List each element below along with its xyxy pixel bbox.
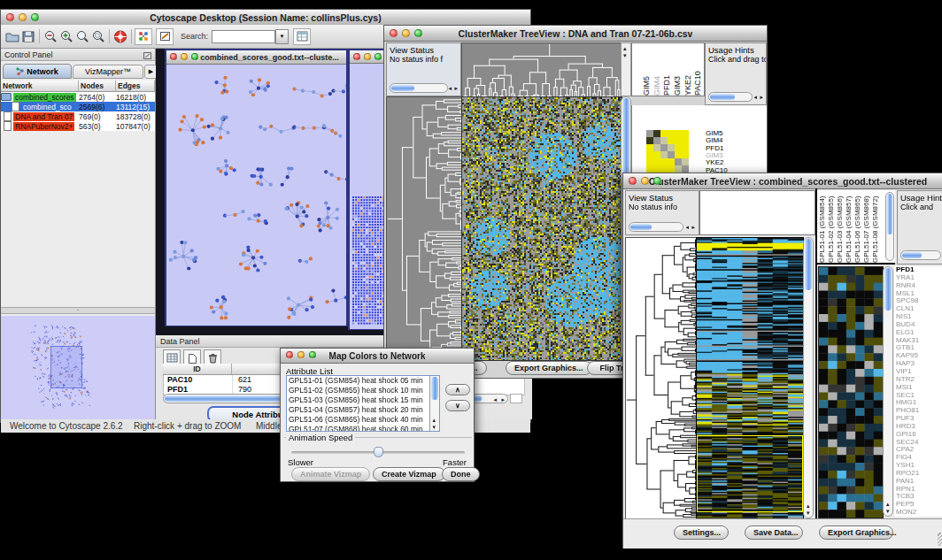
minimize-icon[interactable] xyxy=(364,53,371,60)
main-titlebar[interactable]: Cytoscape Desktop (Session Name: collins… xyxy=(1,10,530,26)
animate-vizmap-button[interactable]: Animate Vizmap xyxy=(291,467,370,481)
attribute-list-vscroll[interactable]: ▴ ▾ xyxy=(429,376,439,431)
tv2-heat-vscroll[interactable]: ▴ ▾ xyxy=(803,237,814,518)
scroll-left-icon[interactable]: ◂ xyxy=(493,396,497,403)
resize-grip[interactable] xyxy=(938,533,942,546)
done-button[interactable]: Done xyxy=(442,467,480,481)
slider-thumb-icon[interactable] xyxy=(374,447,383,457)
minimize-icon[interactable] xyxy=(181,53,188,60)
col-edges[interactable]: Edges xyxy=(116,81,155,92)
panel-splitter[interactable]: • xyxy=(1,307,155,314)
zoom-selected-icon[interactable] xyxy=(74,29,90,44)
mini-heatmap-cell xyxy=(646,137,653,144)
zoom-icon[interactable] xyxy=(653,177,661,185)
network-list-row[interactable]: combined_sco2569(6)13112(15) xyxy=(1,102,155,111)
search-dropdown-icon[interactable]: ▼ xyxy=(275,29,289,44)
column-label: GPL51-04 (GSM857) xyxy=(845,190,853,263)
tv1-hints-hscroll[interactable] xyxy=(708,92,753,102)
minimize-icon[interactable] xyxy=(402,29,410,37)
tv2-export-graphics-button[interactable]: Export Graphics... xyxy=(819,525,893,540)
search-input[interactable] xyxy=(212,30,275,43)
network-window-1[interactable]: combined_scores_good.txt--cluste... xyxy=(165,49,348,326)
birdseye-view[interactable] xyxy=(1,316,155,419)
close-icon[interactable] xyxy=(286,351,293,358)
faster-label: Faster xyxy=(443,457,467,467)
zoom-fit-icon[interactable] xyxy=(90,29,106,44)
zoom-icon[interactable] xyxy=(414,29,422,37)
scroll-right-icon[interactable]: ▸ xyxy=(501,396,505,403)
zoom-icon[interactable] xyxy=(309,351,316,358)
close-icon[interactable] xyxy=(353,53,360,60)
attribute-list-item[interactable]: GPL51-01 (GSM854) heat shock 05 min xyxy=(287,376,429,386)
tv2-status-hscroll[interactable] xyxy=(629,222,683,232)
gene-label: SEC1 xyxy=(896,392,942,400)
network-list-row[interactable]: DNA and Tran 07769(0)183728(0) xyxy=(1,111,155,121)
minimize-icon[interactable] xyxy=(19,13,27,21)
attribute-list-item[interactable]: GPL51-06 (GSM865) heat shock 40 min xyxy=(287,415,429,425)
tv1-status-hscroll[interactable] xyxy=(390,83,448,93)
tv1-col-scroll[interactable]: ▴ ▾ xyxy=(621,42,631,96)
open-file-icon[interactable] xyxy=(4,29,20,44)
tv2-gene-vscroll[interactable]: ▴ ▾ xyxy=(883,266,893,517)
network-list-row[interactable]: combined_scores2764(0)16218(0) xyxy=(1,92,155,102)
tv2-row-dendrogram[interactable] xyxy=(625,237,698,520)
tab-network[interactable]: Network xyxy=(3,64,72,79)
attribute-list-item[interactable]: GPL51-07 (GSM868) heat shock 60 min xyxy=(287,425,429,432)
map-colors-dialog: Map Colors to Network Attribute List GPL… xyxy=(280,348,475,482)
tv2-zoom-heatmap[interactable] xyxy=(818,266,884,518)
minimize-icon[interactable] xyxy=(297,351,305,358)
attribute-list-item[interactable]: GPL51-04 (GSM857) heat shock 20 min xyxy=(287,405,429,415)
close-icon[interactable] xyxy=(170,53,177,60)
move-up-button[interactable]: ∧ xyxy=(445,384,470,395)
close-icon[interactable] xyxy=(6,13,14,21)
zoom-in-icon[interactable] xyxy=(58,29,74,44)
create-vizmap-button[interactable]: Create Vizmap xyxy=(373,467,445,481)
animation-speed-slider[interactable] xyxy=(291,451,465,454)
tv2-save-data-button[interactable]: Save Data... xyxy=(745,525,803,540)
move-down-button[interactable]: ∨ xyxy=(445,400,470,411)
treeview-dna-titlebar[interactable]: ClusterMaker TreeView : DNA and Tran 07-… xyxy=(384,26,767,42)
gene-label: CPA2 xyxy=(896,446,942,454)
mini-heatmap-cell xyxy=(675,158,682,165)
zoom-icon[interactable] xyxy=(191,53,198,60)
column-label: GIM4 xyxy=(653,43,663,96)
minimize-icon[interactable] xyxy=(641,177,649,185)
tv1-mini-heatmap[interactable] xyxy=(646,130,689,173)
save-icon[interactable] xyxy=(20,29,36,44)
network-name: RNAPuberNov2+ xyxy=(13,122,74,131)
treeview-combined-titlebar[interactable]: ClusterMaker TreeView : combined_scores_… xyxy=(623,173,942,189)
network-list-row[interactable]: RNAPuberNov2+563(0)107847(0) xyxy=(1,121,155,131)
network-canvas[interactable] xyxy=(166,65,346,326)
close-icon[interactable] xyxy=(629,177,637,185)
tv2-collabel-vscroll[interactable] xyxy=(885,192,894,261)
tv2-hints-hscroll[interactable] xyxy=(900,250,941,260)
scroll-right-icon[interactable]: ▸ xyxy=(454,85,458,91)
annotation-icon[interactable] xyxy=(156,28,174,45)
close-icon[interactable] xyxy=(390,29,398,37)
attribute-browser-icon[interactable] xyxy=(293,28,311,45)
mini-heatmap-cell xyxy=(660,151,668,158)
tv2-settings-button[interactable]: Settings... xyxy=(674,525,729,540)
tv1-heatmap[interactable] xyxy=(461,96,622,361)
tv1-column-dendrogram[interactable] xyxy=(461,42,622,98)
col-network[interactable]: Network xyxy=(1,81,79,92)
dialog-titlebar[interactable]: Map Colors to Network xyxy=(281,349,474,364)
zoom-icon[interactable] xyxy=(31,13,39,21)
scroll-left-icon[interactable]: ◂ xyxy=(448,85,452,91)
zoom-out-icon[interactable] xyxy=(42,29,58,44)
float-panel-icon[interactable] xyxy=(143,47,151,63)
gene-label: MON2 xyxy=(896,509,942,517)
attribute-listbox[interactable]: GPL51-01 (GSM854) heat shock 05 minGPL51… xyxy=(286,375,440,432)
gene-label: YSH1 xyxy=(896,462,942,470)
tv1-row-dendrogram[interactable] xyxy=(386,96,463,361)
tv1-export-graphics-button[interactable]: Export Graphics... xyxy=(506,361,592,375)
tv2-heatmap[interactable] xyxy=(696,237,804,520)
tab-vizmapper[interactable]: VizMapper™ xyxy=(73,65,143,79)
help-icon[interactable] xyxy=(112,29,128,44)
zoom-icon[interactable] xyxy=(374,53,382,60)
attribute-list-item[interactable]: GPL51-03 (GSM856) heat shock 15 min xyxy=(287,395,429,405)
data-col-id[interactable]: ID xyxy=(163,364,232,375)
attribute-list-item[interactable]: GPL51-02 (GSM855) heat shock 10 min xyxy=(287,386,429,395)
network-view-icon[interactable] xyxy=(135,28,152,45)
col-nodes[interactable]: Nodes xyxy=(79,81,116,92)
